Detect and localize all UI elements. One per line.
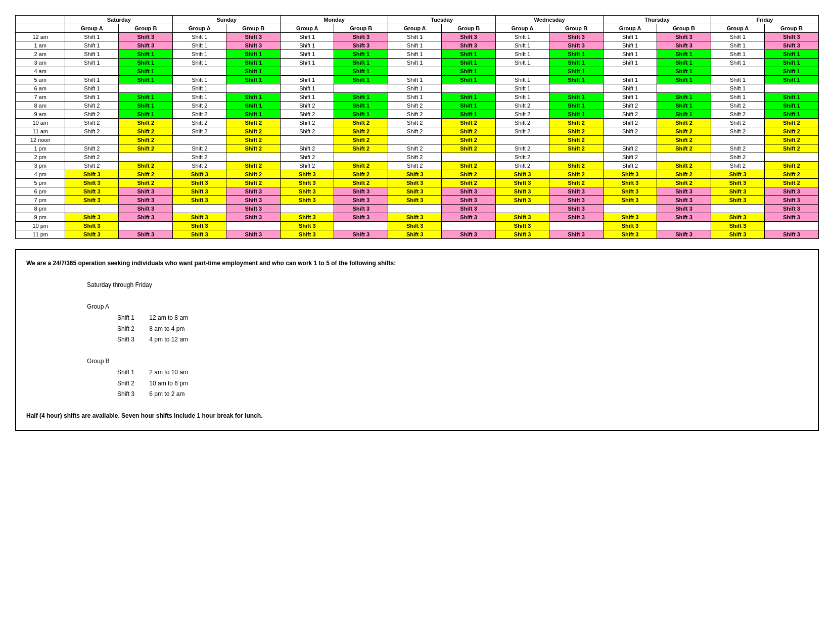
schedule-cell: Shift 1 [657, 110, 711, 119]
schedule-cell: Shift 3 [334, 41, 388, 50]
time-cell: 7 am [16, 93, 65, 102]
schedule-cell: Shift 3 [334, 205, 388, 213]
schedule-cell: Shift 3 [281, 179, 334, 187]
schedule-cell [711, 67, 764, 76]
schedule-cell: Shift 3 [765, 187, 819, 196]
schedule-cell: Shift 3 [173, 179, 226, 187]
schedule-cell: Shift 2 [173, 162, 226, 170]
fri-groupA: Group A [711, 24, 764, 33]
schedule-cell: Shift 3 [119, 230, 173, 239]
schedule-cell: Shift 1 [765, 76, 819, 84]
schedule-cell: Shift 1 [65, 76, 119, 84]
schedule-cell: Shift 2 [657, 144, 711, 153]
schedule-cell: Shift 1 [657, 50, 711, 59]
schedule-cell: Shift 3 [173, 187, 226, 196]
schedule-cell: Shift 2 [388, 119, 442, 127]
schedule-cell: Shift 3 [226, 33, 281, 41]
schedule-cell: Shift 1 [226, 59, 281, 67]
schedule-cell: Shift 2 [334, 179, 388, 187]
monday-header: Monday [281, 16, 388, 24]
b-shift1-time: 2 am to 10 am [149, 369, 188, 376]
groupA-shift2-line: Shift 2 8 am to 4 pm [117, 324, 808, 335]
schedule-cell: Shift 2 [281, 119, 334, 127]
schedule-cell: Shift 2 [173, 144, 226, 153]
schedule-cell: Shift 3 [119, 33, 173, 41]
schedule-cell: Shift 1 [119, 50, 173, 59]
schedule-cell: Shift 1 [65, 50, 119, 59]
tue-groupA: Group A [388, 24, 442, 33]
schedule-cell: Shift 3 [226, 205, 281, 213]
time-cell: 9 pm [16, 213, 65, 222]
schedule-cell: Shift 2 [711, 153, 764, 162]
schedule-cell [173, 136, 226, 144]
schedule-cell: Shift 2 [65, 119, 119, 127]
schedule-cell: Shift 2 [226, 136, 281, 144]
time-cell: 11 pm [16, 230, 65, 239]
schedule-cell: Shift 2 [334, 119, 388, 127]
schedule-cell: Shift 1 [173, 33, 226, 41]
schedule-cell: Shift 3 [173, 170, 226, 179]
schedule-cell: Shift 2 [226, 119, 281, 127]
schedule-cell: Shift 2 [657, 119, 711, 127]
time-cell: 2 pm [16, 153, 65, 162]
groupB-shift3-line: Shift 3 6 pm to 2 am [117, 389, 808, 400]
schedule-cell: Shift 1 [334, 102, 388, 110]
schedule-cell: Shift 1 [496, 59, 549, 67]
schedule-cell: Shift 1 [173, 59, 226, 67]
time-cell: 10 pm [16, 222, 65, 230]
schedule-cell: Shift 1 [119, 93, 173, 102]
schedule-cell: Shift 1 [65, 59, 119, 67]
schedule-cell: Shift 1 [173, 93, 226, 102]
schedule-cell: Shift 1 [65, 84, 119, 93]
schedule-cell: Shift 2 [711, 119, 764, 127]
schedule-cell: Shift 1 [119, 102, 173, 110]
schedule-cell [119, 153, 173, 162]
schedule-cell: Shift 2 [765, 162, 819, 170]
schedule-cell: Shift 1 [226, 50, 281, 59]
schedule-cell: Shift 3 [65, 170, 119, 179]
schedule-cell: Shift 2 [711, 162, 764, 170]
schedule-cell [765, 153, 819, 162]
schedule-cell: Shift 2 [119, 170, 173, 179]
b-shift3-label: Shift 3 [117, 389, 148, 400]
schedule-cell: Shift 1 [442, 67, 496, 76]
b-shift2-label: Shift 2 [117, 378, 148, 389]
schedule-cell: Shift 1 [604, 50, 657, 59]
schedule-cell: Shift 2 [388, 144, 442, 153]
schedule-cell [549, 153, 604, 162]
schedule-cell: Shift 3 [549, 230, 604, 239]
schedule-cell: Shift 2 [119, 127, 173, 136]
schedule-cell: Shift 3 [173, 222, 226, 230]
schedule-cell: Shift 3 [388, 179, 442, 187]
schedule-cell: Shift 3 [549, 33, 604, 41]
time-cell: 1 pm [16, 144, 65, 153]
schedule-cell: Shift 1 [549, 50, 604, 59]
schedule-cell: Shift 2 [65, 127, 119, 136]
schedule-cell: Shift 3 [604, 170, 657, 179]
schedule-cell: Shift 3 [226, 213, 281, 222]
info-line1: We are a 24/7/365 operation seeking indi… [26, 258, 808, 269]
schedule-cell: Shift 1 [334, 76, 388, 84]
schedule-cell: Shift 3 [765, 230, 819, 239]
schedule-cell: Shift 2 [604, 119, 657, 127]
schedule-cell: Shift 2 [65, 144, 119, 153]
schedule-cell [281, 205, 334, 213]
time-cell: 11 am [16, 127, 65, 136]
schedule-cell: Shift 2 [765, 179, 819, 187]
b-shift1-label: Shift 1 [117, 367, 148, 378]
schedule-cell: Shift 3 [549, 187, 604, 196]
info-box: We are a 24/7/365 operation seeking indi… [15, 249, 819, 431]
schedule-cell [765, 222, 819, 230]
schedule-cell: Shift 3 [334, 33, 388, 41]
schedule-cell: Shift 2 [119, 119, 173, 127]
time-cell: 8 pm [16, 205, 65, 213]
schedule-cell: Shift 2 [334, 162, 388, 170]
schedule-cell: Shift 1 [334, 110, 388, 119]
schedule-cell: Shift 2 [442, 162, 496, 170]
schedule-cell: Shift 3 [711, 230, 764, 239]
schedule-cell: Shift 1 [119, 110, 173, 119]
schedule-cell: Shift 1 [281, 84, 334, 93]
schedule-cell: Shift 1 [442, 93, 496, 102]
schedule-cell: Shift 2 [549, 144, 604, 153]
schedule-cell: Shift 1 [496, 84, 549, 93]
